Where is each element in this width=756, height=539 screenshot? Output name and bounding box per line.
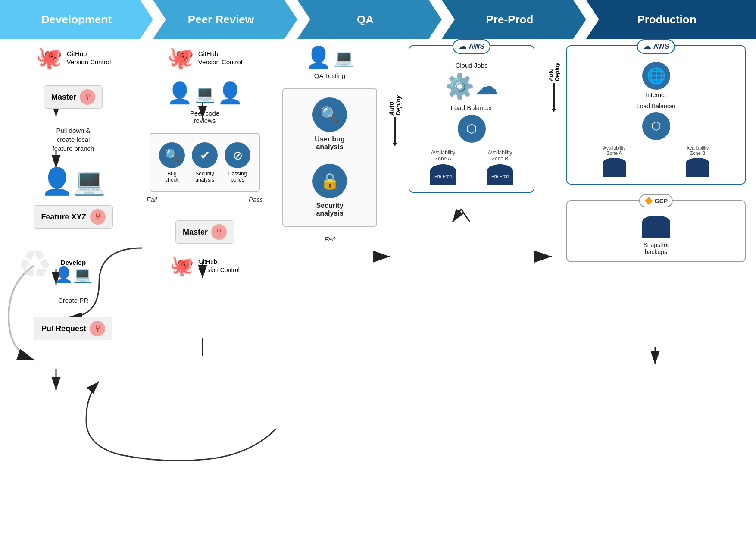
main-content: 🐙 GitHubVersion Control Master ⑂ Pull do… (0, 41, 756, 539)
passing-builds-label: Passingbuilds (228, 171, 247, 183)
preprod-column: AutoDeploy ☁ AWS Cloud Jobs ⚙️☁ Load Bal… (388, 41, 534, 193)
prod-db-a (603, 158, 626, 177)
peer-fail-label: Fail (147, 196, 157, 203)
prod-az-a-label: AvailabilityZone A (603, 145, 626, 156)
snapshot-label: Snapshotbackups (643, 241, 669, 255)
develop-label: Develop (61, 259, 86, 266)
qa-person-icon: 👤 💻 (306, 45, 354, 69)
security-label-qa: Securityanalysis (316, 202, 343, 217)
security-icon: 🔒 (312, 164, 347, 198)
prod-lb-icon: ⬡ (642, 112, 670, 140)
stage-qa-label: QA (357, 13, 374, 26)
stage-preprod-label: Pre-Prod (486, 13, 533, 26)
internet-label: Internet (574, 91, 738, 98)
pull-down-text: Pull down &create localfeature branch (53, 126, 94, 153)
peer-master-label: Master (183, 228, 208, 237)
qa-fail-label: Fail (325, 235, 335, 243)
preprod-db-a: Pre-Prod (430, 164, 456, 185)
security-analysis-icon: ✔ (192, 142, 218, 168)
git-badge-pr: ⑂ (90, 321, 105, 336)
peer-master-box: Master ⑂ (175, 220, 234, 244)
preprod-auto-deploy-label: AutoDeploy (388, 95, 402, 116)
peer-checks-box: 🔍 Bugcheck ✔ Securityanalysis ⊘ Passingb… (150, 133, 260, 192)
qa-testing-label: QA Testing (314, 72, 345, 79)
feature-label: Feature XYZ (41, 213, 86, 222)
svg-line-18 (461, 209, 470, 222)
prod-aws-badge: ☁ AWS (637, 39, 675, 54)
stage-development: Development (0, 0, 153, 39)
preprod-db-b-label: Pre-Prod (491, 174, 509, 179)
git-badge-feature: ⑂ (90, 209, 106, 225)
preprod-db-a-label: Pre-Prod (434, 174, 452, 179)
stage-production: Production (578, 0, 756, 39)
github-label-dev: GitHubVersion Control (67, 50, 111, 66)
user-bug-label: User buganalysis (315, 135, 344, 151)
peer-code-reviews-label: Peer codereviews (190, 110, 219, 124)
peer-column: 🐙 GitHubVersion Control 👤 💻 👤 Peer coder… (138, 41, 272, 277)
preprod-aws-badge: ☁ AWS (453, 39, 490, 54)
dev-column: 🐙 GitHubVersion Control Master ⑂ Pull do… (13, 41, 134, 340)
prod-lb-label: Load Balancer (574, 103, 738, 110)
bug-check-label: Bugcheck (165, 171, 178, 183)
preprod-aws-box: ☁ AWS Cloud Jobs ⚙️☁ Load Balancer ⬡ Ava… (409, 45, 534, 193)
security-analysis-qa-item: 🔒 Securityanalysis (312, 164, 347, 217)
prod-aws-label-text: AWS (653, 43, 669, 50)
github-vc-label-peer2: GitHubVersion Control (198, 258, 240, 273)
peer-pass-label: Pass (249, 196, 263, 203)
qa-column: 👤 💻 QA Testing 🔍 User buganalysis 🔒 Secu… (276, 41, 384, 243)
stage-peer-review: Peer Review (144, 0, 297, 39)
peer-reviewers-icon: 👤 💻 👤 (167, 81, 243, 105)
github-icon-dev: 🐙 (36, 45, 62, 70)
stage-development-label: Development (41, 13, 112, 26)
stage-production-label: Production (637, 13, 696, 26)
pull-request-box: Pul Request ⑂ (34, 317, 112, 340)
preprod-aws-label-text: AWS (469, 43, 484, 50)
preprod-az-b-label: AvailabilityZone B (488, 150, 512, 162)
stage-peer-review-label: Peer Review (188, 13, 254, 26)
preprod-cloud-icon: ⚙️☁ (416, 72, 527, 100)
prod-gcp-badge: 🔶 GCP (639, 194, 673, 207)
prod-aws-box: ☁ AWS 🌐 Internet Load Balancer ⬡ (566, 45, 746, 185)
qa-analysis-box: 🔍 User buganalysis 🔒 Securityanalysis (282, 88, 377, 227)
prod-auto-deploy-label: AutoDeploy (547, 63, 560, 81)
passing-builds-icon: ⊘ (225, 142, 250, 168)
pipeline-header: Development Peer Review QA Pre-Prod Prod… (0, 0, 756, 39)
preprod-cloud-jobs-label: Cloud Jobs (416, 62, 527, 69)
production-column: AutoDeploy ☁ AWS 🌐 Internet (547, 41, 746, 262)
stage-preprod: Pre-Prod (433, 0, 586, 39)
stage-qa: QA (289, 0, 442, 39)
develop-person-icon: 👤💻 (54, 266, 92, 284)
security-analysis-item: ✔ Securityanalysis (192, 142, 218, 183)
recycle-icon: ♻ (17, 241, 52, 287)
git-badge-peer-master: ⑂ (211, 224, 227, 240)
internet-icon: 🌐 (642, 62, 670, 90)
prod-db-b (686, 158, 709, 177)
prod-az-b-label: AvailabilityZone B (687, 145, 709, 156)
bug-check-icon: 🔍 (159, 142, 185, 168)
preprod-db-b: Pre-Prod (487, 164, 513, 185)
preprod-lb-icon: ⬡ (458, 115, 486, 143)
bug-check-item: 🔍 Bugcheck (159, 142, 185, 183)
github-icon-peer2: 🐙 (170, 254, 194, 277)
snapshot-db-icon (642, 216, 670, 238)
git-badge-master: ⑂ (80, 89, 95, 105)
create-pr-text: Create PR (58, 297, 88, 304)
user-bug-icon: 🔍 (312, 97, 347, 132)
feature-branch-box: Feature XYZ ⑂ (34, 205, 112, 229)
pull-request-label: Pul Request (41, 324, 86, 333)
master-label: Master (51, 93, 76, 102)
internet-section: 🌐 Internet (574, 62, 738, 98)
master-branch-box: Master ⑂ (44, 85, 103, 109)
github-icon-peer: 🐙 (167, 45, 194, 70)
svg-line-17 (453, 209, 461, 222)
github-label-peer: GitHubVersion Control (198, 50, 243, 66)
dev-person-icon: 👤💻 (41, 166, 106, 197)
passing-builds-item: ⊘ Passingbuilds (225, 142, 250, 183)
prod-gcp-label: GCP (655, 197, 668, 204)
user-bug-analysis-item: 🔍 User buganalysis (312, 97, 347, 151)
preprod-az-a-label: AvailabilityZone A (431, 150, 455, 162)
prod-gcp-box: 🔶 GCP Snapshotbackups (566, 200, 746, 262)
security-analysis-label: Securityanalysis (195, 171, 214, 183)
preprod-lb-label: Load Balancer (416, 104, 527, 111)
